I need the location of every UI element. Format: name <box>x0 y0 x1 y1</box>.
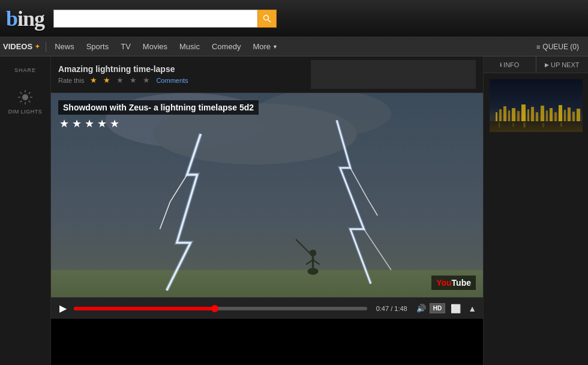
search-input[interactable] <box>53 10 257 28</box>
svg-rect-32 <box>536 112 538 121</box>
svg-rect-15 <box>51 270 483 297</box>
svg-line-10 <box>20 101 22 103</box>
svg-rect-28 <box>517 111 520 121</box>
svg-rect-47 <box>560 122 562 127</box>
svg-rect-25 <box>503 106 506 121</box>
svg-rect-38 <box>564 110 566 121</box>
svg-rect-45 <box>523 122 526 127</box>
tab-up-next[interactable]: ▶ UP NEXT <box>536 56 589 73</box>
progress-bar[interactable] <box>74 307 367 310</box>
left-sidebar: SHARE DIM LIGHTS <box>0 56 51 365</box>
svg-point-0 <box>264 15 269 20</box>
svg-point-16 <box>307 268 318 274</box>
svg-rect-42 <box>490 121 583 132</box>
bing-logo[interactable]: bing <box>6 6 44 31</box>
content: SHARE DIM LIGHTS <box>0 56 588 365</box>
svg-rect-43 <box>499 122 500 127</box>
youtube-watermark: YouTube <box>431 276 476 290</box>
progress-fill <box>74 307 215 310</box>
queue-icon: ≡ <box>536 43 540 50</box>
svg-line-1 <box>268 19 271 22</box>
nav-item-movies[interactable]: Movies <box>137 37 173 56</box>
svg-rect-27 <box>512 108 515 121</box>
search-button[interactable] <box>257 10 277 28</box>
video-frame[interactable]: Showdown with Zeus- a lightning timelaps… <box>51 93 483 297</box>
star-3[interactable]: ★ <box>116 76 124 85</box>
info-up-next-tabs: ℹ INFO ▶ UP NEXT <box>484 56 588 73</box>
progress-handle[interactable] <box>211 305 218 312</box>
tab-info[interactable]: ℹ INFO <box>484 56 536 73</box>
svg-line-7 <box>20 92 22 94</box>
search-bar <box>53 10 293 28</box>
sunburst-icon <box>17 89 34 106</box>
comments-link[interactable]: Comments <box>156 77 188 84</box>
video-title-bar: Amazing lightning time-lapse Rate this ★… <box>51 56 483 93</box>
svg-rect-26 <box>508 110 510 121</box>
navbar: VIDEOS ✦ News Sports TV Movies Music Com… <box>0 37 588 56</box>
svg-line-9 <box>29 92 31 94</box>
video-meta: Rate this ★ ★ ★ ★ ★ Comments <box>58 76 188 85</box>
next-video-thumbnail[interactable] <box>490 79 583 132</box>
star-4[interactable]: ★ <box>130 76 137 85</box>
dim-lights-button[interactable]: DIM LIGHTS <box>5 85 46 118</box>
svg-line-8 <box>29 101 31 103</box>
svg-point-18 <box>310 250 316 256</box>
videos-icon: ✦ <box>35 43 40 50</box>
video-controls: ▶ 0:47 / 1:48 🔊 HD ⬜ ▲ <box>51 297 483 319</box>
svg-rect-41 <box>577 109 580 121</box>
play-button[interactable]: ▶ <box>56 303 70 314</box>
svg-rect-33 <box>541 106 544 121</box>
svg-rect-30 <box>527 109 529 121</box>
video-title: Amazing lightning time-lapse <box>58 64 188 74</box>
svg-rect-24 <box>499 109 502 121</box>
star-2[interactable]: ★ <box>103 76 110 85</box>
svg-rect-23 <box>496 112 497 121</box>
nav-item-news[interactable]: News <box>49 37 80 56</box>
up-next-icon: ▶ <box>545 62 549 68</box>
video-rating-stars: ★ ★ ★ ★ ★ <box>59 117 119 130</box>
video-overlay-title: Showdown with Zeus- a lightning timelaps… <box>58 100 259 115</box>
star-5[interactable]: ★ <box>143 76 150 85</box>
right-sidebar: ℹ INFO ▶ UP NEXT <box>483 56 588 365</box>
info-icon: ℹ <box>500 62 502 68</box>
svg-rect-35 <box>550 108 553 121</box>
svg-rect-39 <box>568 107 571 121</box>
title-right-thumbnail <box>311 60 476 89</box>
svg-rect-44 <box>512 123 514 127</box>
svg-rect-31 <box>531 107 534 121</box>
nav-item-music[interactable]: Music <box>173 37 206 56</box>
main-area: Amazing lightning time-lapse Rate this ★… <box>51 56 483 365</box>
time-display: 0:47 / 1:48 <box>371 305 413 312</box>
svg-rect-37 <box>559 105 562 121</box>
fullscreen-button[interactable]: ⬜ <box>449 304 463 313</box>
svg-rect-29 <box>521 104 526 121</box>
svg-rect-34 <box>546 110 548 121</box>
more-button[interactable]: More ▼ <box>247 42 284 51</box>
header: bing <box>0 0 588 37</box>
queue-button[interactable]: ≡ QUEUE (0) <box>530 43 585 51</box>
star-1[interactable]: ★ <box>90 76 97 85</box>
nav-separator <box>46 42 46 52</box>
svg-point-2 <box>22 94 28 100</box>
svg-rect-46 <box>542 123 544 127</box>
svg-rect-22 <box>490 79 583 132</box>
rate-label: Rate this <box>58 77 84 84</box>
nav-item-tv[interactable]: TV <box>115 37 137 56</box>
expand-button[interactable]: ▲ <box>466 304 478 313</box>
hd-button[interactable]: HD <box>430 303 445 313</box>
video-player: Showdown with Zeus- a lightning timelaps… <box>51 93 483 365</box>
chevron-down-icon: ▼ <box>272 44 278 50</box>
nav-item-sports[interactable]: Sports <box>80 37 115 56</box>
volume-icon[interactable]: 🔊 <box>416 304 426 313</box>
svg-rect-40 <box>572 112 575 121</box>
share-button[interactable]: SHARE <box>10 62 41 78</box>
video-info: Amazing lightning time-lapse Rate this ★… <box>58 64 188 85</box>
svg-rect-36 <box>554 112 557 121</box>
videos-label: VIDEOS ✦ <box>3 42 40 51</box>
nav-item-comedy[interactable]: Comedy <box>206 37 247 56</box>
